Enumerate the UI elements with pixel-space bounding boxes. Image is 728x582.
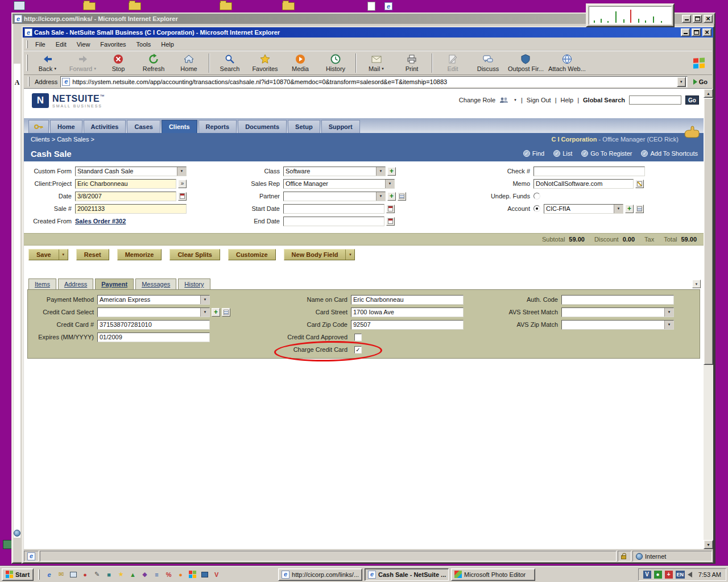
quicklaunch-icon[interactable]: ■	[104, 569, 114, 579]
customize-button[interactable]: Customize	[228, 249, 276, 260]
edit-button[interactable]: Edit	[435, 52, 470, 74]
memorize-button[interactable]: Memorize	[117, 249, 162, 260]
menu-tools[interactable]: Tools	[131, 39, 156, 49]
print-button[interactable]: Print	[394, 52, 429, 74]
quicklaunch-mail-icon[interactable]: ✉	[56, 569, 66, 579]
breadcrumb[interactable]: Clients > Cash Sales >	[31, 136, 94, 143]
chevron-down-icon[interactable]: ▼	[514, 98, 517, 102]
taskbar-task-cashsale[interactable]: Cash Sale - NetSuite ...	[365, 568, 449, 581]
tab-reports[interactable]: Reports	[198, 120, 237, 133]
sales-rep-select[interactable]: Office Manager	[283, 179, 395, 189]
mail-button[interactable]: Mail▼	[359, 52, 394, 74]
window-titlebar[interactable]: Cash Sale - NetSuite Small Business (C I…	[23, 27, 713, 38]
clear-splits-button[interactable]: Clear Splits	[169, 249, 220, 260]
desktop-page-icon[interactable]	[367, 2, 375, 11]
refresh-button[interactable]: Refresh	[136, 52, 171, 74]
forward-button[interactable]: Forward▼	[65, 52, 101, 74]
tray-icon[interactable]: V	[643, 571, 651, 579]
outpost-firewall-button[interactable]: Outpost Fir...	[506, 52, 546, 74]
desktop-icon[interactable]	[3, 540, 12, 549]
add-new-button[interactable]	[387, 192, 396, 201]
quicklaunch-ie-icon[interactable]: e	[44, 569, 54, 579]
desktop-ie-icon[interactable]	[384, 2, 392, 10]
desktop-folder-icon[interactable]	[129, 2, 141, 10]
quicklaunch-icon[interactable]: ▲	[128, 569, 138, 579]
tab-activities[interactable]: Activities	[84, 120, 126, 133]
tab-documents[interactable]: Documents	[238, 120, 287, 133]
desktop-folder-icon[interactable]	[83, 2, 96, 10]
menu-edit[interactable]: Edit	[51, 39, 72, 49]
quicklaunch-icon[interactable]: ●	[176, 569, 185, 579]
minimize-button[interactable]	[681, 28, 690, 36]
partner-select[interactable]	[283, 192, 386, 201]
open-list-button[interactable]	[398, 192, 406, 201]
account-radio[interactable]	[533, 205, 540, 212]
vertical-scrollbar[interactable]: ▲ ▼	[704, 89, 713, 549]
expand-memo-button[interactable]	[635, 180, 644, 188]
reset-button[interactable]: Reset	[76, 249, 109, 260]
tray-icon[interactable]: +	[665, 571, 673, 579]
client-input[interactable]	[75, 179, 176, 189]
credit-card-number-input[interactable]	[97, 320, 210, 330]
open-list-button[interactable]	[635, 205, 644, 213]
menu-favorites[interactable]: Favorites	[95, 39, 131, 49]
desktop-folder-icon[interactable]	[220, 2, 232, 10]
credit-card-approved-checkbox[interactable]	[354, 334, 362, 341]
end-date-input[interactable]	[283, 217, 384, 226]
check-number-input[interactable]	[533, 167, 645, 176]
sale-number-input[interactable]	[75, 204, 187, 214]
address-dropdown-button[interactable]	[677, 77, 686, 87]
start-date-input[interactable]	[283, 204, 384, 214]
list-link[interactable]: List	[553, 150, 572, 157]
maximize-button[interactable]	[693, 15, 702, 23]
calendar-button[interactable]	[178, 192, 187, 201]
custom-form-select[interactable]: Standard Cash Sale	[75, 167, 187, 176]
avs-street-match-select[interactable]	[561, 307, 674, 317]
global-search-input[interactable]	[629, 95, 681, 105]
menu-view[interactable]: View	[72, 39, 96, 49]
open-record-button[interactable]	[178, 180, 187, 188]
taskbar-task-cicorp[interactable]: http://cicorp.com/links/...	[278, 568, 362, 581]
subtab-messages[interactable]: Messages	[135, 278, 176, 289]
taskbar-task-photo-editor[interactable]: Microsoft Photo Editor	[451, 568, 535, 581]
auth-code-input[interactable]	[561, 295, 674, 305]
quicklaunch-star-icon[interactable]: ★	[116, 569, 126, 579]
go-button[interactable]: Go	[690, 78, 710, 85]
tab-cases[interactable]: Cases	[127, 120, 160, 133]
scroll-down-button[interactable]: ▼	[704, 540, 713, 549]
find-link[interactable]: Find	[523, 150, 544, 157]
add-new-button[interactable]	[625, 205, 634, 213]
quicklaunch-icon[interactable]: ●	[80, 569, 90, 579]
memo-input[interactable]	[533, 179, 634, 189]
minimize-button[interactable]	[682, 15, 691, 23]
avs-zip-match-select[interactable]	[561, 320, 674, 330]
tray-icon[interactable]: ●	[654, 571, 662, 579]
taskbar-grip[interactable]	[38, 569, 40, 580]
home-button[interactable]: Home	[171, 52, 206, 74]
menu-help[interactable]: Help	[156, 39, 179, 49]
scroll-up-button[interactable]: ▲	[704, 89, 713, 98]
quicklaunch-flag-icon[interactable]	[188, 569, 197, 579]
expires-input[interactable]	[97, 332, 210, 342]
save-dropdown-button[interactable]	[59, 250, 68, 260]
toolbar-grip[interactable]	[26, 40, 28, 48]
save-button[interactable]: Save	[28, 249, 68, 260]
monitor-window[interactable]	[586, 3, 675, 27]
dropdown-arrow-icon[interactable]	[200, 296, 209, 304]
dropdown-arrow-icon[interactable]	[385, 180, 394, 188]
collapse-subtab-button[interactable]	[692, 280, 701, 288]
toolbar-grip[interactable]	[28, 77, 30, 86]
address-input[interactable]: https://system.netsuite.com/app/accounti…	[60, 76, 687, 88]
subtab-address[interactable]: Address	[58, 278, 93, 289]
toolbar-grip[interactable]	[26, 55, 28, 71]
dropdown-arrow-icon[interactable]	[376, 192, 385, 201]
attach-web-button[interactable]: Attach Web...	[546, 52, 588, 74]
close-button[interactable]	[704, 15, 713, 23]
tab-support[interactable]: Support	[321, 120, 360, 133]
desktop-folder-icon[interactable]	[282, 2, 295, 10]
desktop-window-icon[interactable]	[14, 1, 25, 10]
credit-card-select[interactable]	[97, 307, 210, 317]
dropdown-arrow-icon[interactable]	[664, 321, 673, 329]
add-to-shortcuts-link[interactable]: Add To Shortcuts	[641, 150, 698, 157]
sign-out-link[interactable]: Sign Out	[527, 97, 551, 103]
